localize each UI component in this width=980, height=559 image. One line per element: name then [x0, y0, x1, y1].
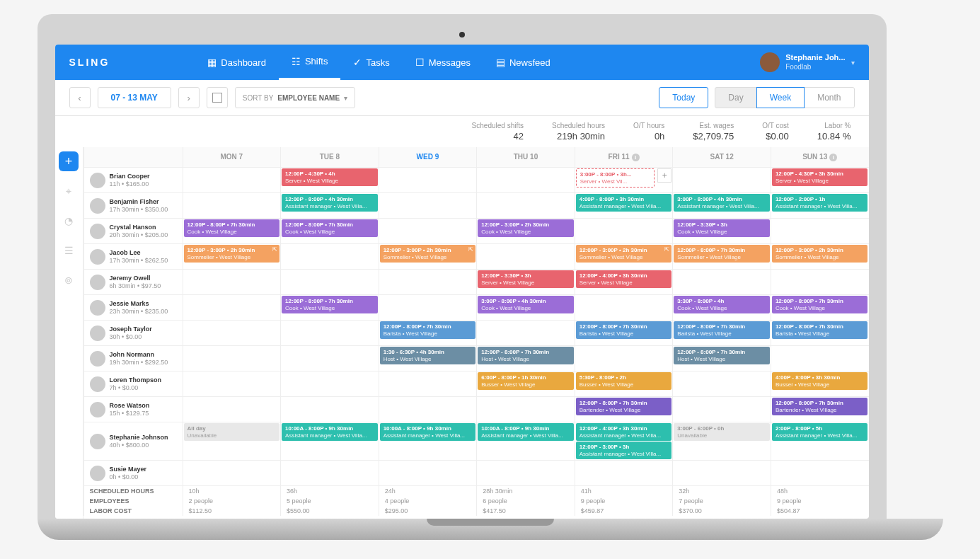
shift-block[interactable]: 4:00P - 8:00P • 3h 30minAssistant manage… [576, 194, 672, 212]
schedule-cell[interactable]: 5:30P - 8:00P • 2hBusser • West Village [575, 371, 673, 396]
schedule-cell[interactable] [672, 270, 771, 294]
employee-cell[interactable]: Jessie Marks23h 30min • $235.00 [83, 295, 183, 320]
next-week-button[interactable]: › [178, 87, 200, 108]
shift-block[interactable]: 12:00P - 4:00P • 3h 30minAssistant manag… [576, 423, 672, 441]
filter-icon[interactable]: ⊚ [59, 270, 79, 290]
schedule-cell[interactable]: 10:00A - 8:00P • 9h 30minAssistant manag… [476, 422, 575, 460]
schedule-cell[interactable] [183, 193, 281, 218]
schedule-cell[interactable] [183, 295, 281, 320]
schedule-cell[interactable]: 1:30 - 6:30P • 4h 30minHost • West Villa… [379, 346, 477, 371]
schedule-cell[interactable] [672, 461, 771, 485]
shift-block[interactable]: 12:00P - 8:00P • 7h 30minBarista • West … [576, 321, 672, 339]
shift-block[interactable]: 6:00P - 8:00P • 1h 30minBusser • West Vi… [478, 372, 574, 390]
schedule-cell[interactable] [672, 397, 771, 422]
shift-block[interactable]: 1:30 - 6:30P • 4h 30minHost • West Villa… [380, 347, 476, 364]
schedule-cell[interactable] [476, 397, 575, 422]
schedule-cell[interactable]: 12:00P - 8:00P • 7h 30minBarista • West … [672, 321, 771, 345]
schedule-cell[interactable]: 12:00P - 8:00P • 4h 30minAssistant manag… [280, 193, 379, 218]
copy-schedule-button[interactable] [207, 87, 228, 108]
schedule-cell[interactable]: 12:00P - 8:00P • 7h 30minBartender • Wes… [575, 397, 673, 422]
day-view-button[interactable]: Day [715, 87, 756, 108]
schedule-cell[interactable]: 12:00P - 3:00P • 2h 30minSommelier • Wes… [183, 244, 281, 269]
nav-tasks[interactable]: ✓Tasks [340, 45, 402, 80]
schedule-cell[interactable]: 12:00P - 8:00P • 7h 30minCook • West Vil… [771, 295, 869, 320]
employee-cell[interactable]: Loren Thompson7h • $0.00 [83, 371, 183, 396]
schedule-cell[interactable]: 12:00P - 3:30P • 3hServer • West Village [476, 270, 575, 294]
shift-block[interactable]: 10:00A - 8:00P • 9h 30minAssistant manag… [478, 423, 574, 441]
add-shift-button[interactable]: + [59, 151, 79, 171]
shift-block[interactable]: 3:00P - 8:00P • 3h...Server • West Vil..… [576, 168, 655, 188]
schedule-cell[interactable] [771, 346, 869, 371]
schedule-cell[interactable]: 12:00P - 8:00P • 7h 30minHost • West Vil… [476, 346, 575, 371]
schedule-cell[interactable] [771, 219, 869, 243]
shift-block[interactable]: 12:00P - 8:00P • 7h 30minCook • West Vil… [772, 296, 868, 313]
employee-cell[interactable]: Brian Cooper11h • $165.00 [83, 168, 183, 192]
shift-block[interactable]: 12:00P - 8:00P • 4h 30minAssistant manag… [282, 194, 378, 212]
shift-block[interactable]: 3:00P - 8:00P • 4h 30minCook • West Vill… [478, 296, 574, 313]
schedule-cell[interactable] [575, 346, 673, 371]
shift-block[interactable]: 12:00P - 2:00P • 1hAssistant manager • W… [772, 194, 868, 212]
shift-block[interactable]: 12:00P - 8:00P • 7h 30minBarista • West … [380, 321, 476, 339]
employee-cell[interactable]: Joseph Taylor30h • $0.00 [83, 321, 183, 345]
schedule-cell[interactable]: All dayUnavailable [183, 422, 281, 460]
schedule-cell[interactable]: 2:00P - 8:00P • 5hAssistant manager • We… [771, 422, 869, 460]
schedule-cell[interactable] [280, 461, 379, 485]
schedule-cell[interactable]: 12:00P - 8:00P • 7h 30minCook • West Vil… [280, 295, 379, 320]
schedule-cell[interactable]: 12:00P - 8:00P • 7h 30minCook • West Vil… [280, 219, 379, 243]
shift-block[interactable]: 12:00P - 4:30P • 3h 30minServer • West V… [772, 168, 868, 186]
schedule-cell[interactable] [379, 397, 477, 422]
schedule-cell[interactable]: 12:00P - 8:00P • 7h 30minBarista • West … [379, 321, 477, 345]
shift-block[interactable]: 3:00P - 8:00P • 4h 30minAssistant manage… [674, 194, 770, 212]
schedule-cell[interactable] [183, 321, 281, 345]
shift-block[interactable]: 3:00P - 6:00P • 0hUnavailable [674, 423, 770, 441]
schedule-cell[interactable] [672, 168, 771, 192]
schedule-cell[interactable] [476, 321, 575, 345]
schedule-cell[interactable] [280, 346, 379, 371]
schedule-cell[interactable] [379, 270, 477, 294]
employee-cell[interactable]: Susie Mayer0h • $0.00 [83, 461, 183, 485]
employee-cell[interactable]: Jacob Lee17h 30min • $262.50 [83, 244, 183, 269]
schedule-cell[interactable]: 4:00P - 8:00P • 3h 30minAssistant manage… [575, 193, 673, 218]
people-icon[interactable]: ◔ [59, 211, 79, 231]
schedule-cell[interactable] [476, 461, 575, 485]
schedule-cell[interactable] [280, 270, 379, 294]
shift-block[interactable]: 12:00P - 3:30P • 3hCook • West Village [674, 219, 770, 237]
schedule-cell[interactable] [379, 461, 477, 485]
shift-block[interactable]: 10:00A - 8:00P • 9h 30minAssistant manag… [282, 423, 378, 441]
nav-newsfeed[interactable]: ▤Newsfeed [483, 45, 563, 80]
shift-block[interactable]: 12:00P - 3:30P • 3hServer • West Village [478, 270, 574, 288]
schedule-cell[interactable]: 4:00P - 8:00P • 3h 30minBusser • West Vi… [771, 371, 869, 396]
schedule-cell[interactable]: 12:00P - 4:00P • 3h 30minAssistant manag… [575, 422, 673, 460]
schedule-cell[interactable]: 3:00P - 6:00P • 0hUnavailable [672, 422, 771, 460]
schedule-cell[interactable] [476, 244, 575, 269]
shift-block[interactable]: 12:00P - 8:00P • 7h 30minBarista • West … [674, 321, 770, 339]
schedule-cell[interactable]: 12:00P - 8:00P • 7h 30minBarista • West … [771, 321, 869, 345]
schedule-cell[interactable] [280, 321, 379, 345]
schedule-cell[interactable] [575, 461, 673, 485]
nav-dashboard[interactable]: ▦Dashboard [195, 45, 279, 80]
shift-block[interactable]: 3:30P - 8:00P • 4hCook • West Village [674, 296, 770, 313]
schedule-cell[interactable]: 12:00P - 3:00P • 2h 30minSommelier • Wes… [771, 244, 869, 269]
schedule-cell[interactable] [771, 461, 869, 485]
schedule-cell[interactable] [183, 270, 281, 294]
user-menu[interactable]: Stephanie Joh... Foodlab ▾ [760, 52, 854, 72]
schedule-cell[interactable]: 10:00A - 8:00P • 9h 30minAssistant manag… [280, 422, 379, 460]
schedule-cell[interactable] [280, 244, 379, 269]
schedule-cell[interactable] [771, 270, 869, 294]
schedule-cell[interactable] [476, 193, 575, 218]
schedule-cell[interactable] [672, 371, 771, 396]
shift-block[interactable]: 12:00P - 3:00P • 2h 30minCook • West Vil… [478, 219, 574, 237]
schedule-cell[interactable]: 12:00P - 8:00P • 7h 30minSommelier • Wes… [672, 244, 771, 269]
shift-block[interactable]: 10:00A - 8:00P • 9h 30minAssistant manag… [380, 423, 476, 441]
schedule-cell[interactable] [379, 193, 477, 218]
schedule-cell[interactable]: 12:00P - 4:30P • 3h 30minServer • West V… [771, 168, 869, 192]
employee-cell[interactable]: Stephanie Johnson40h • $800.00 [83, 422, 183, 460]
schedule-cell[interactable]: 6:00P - 8:00P • 1h 30minBusser • West Vi… [476, 371, 575, 396]
schedule-cell[interactable] [280, 397, 379, 422]
schedule-cell[interactable] [379, 371, 477, 396]
shift-block[interactable]: 12:00P - 8:00P • 7h 30minBarista • West … [772, 321, 868, 339]
schedule-cell[interactable]: 12:00P - 3:00P • 2h 30minSommelier • Wes… [379, 244, 477, 269]
shift-block[interactable]: 12:00P - 4:00P • 3h 30minServer • West V… [576, 270, 672, 288]
shift-block[interactable]: All dayUnavailable [184, 423, 280, 441]
schedule-cell[interactable]: 12:00P - 8:00P • 7h 30minHost • West Vil… [672, 346, 771, 371]
